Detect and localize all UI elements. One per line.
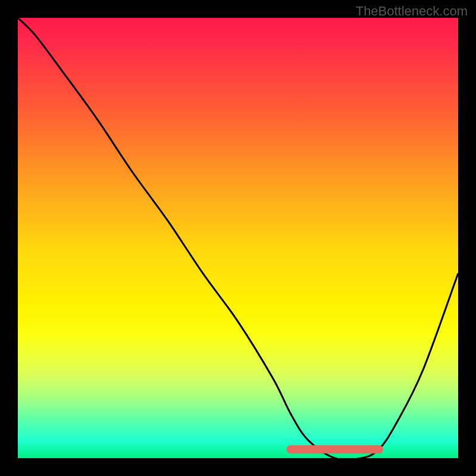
bottleneck-curve-path	[18, 18, 458, 458]
bottleneck-chart-svg	[18, 18, 458, 458]
watermark-text: TheBottleneck.com	[356, 4, 468, 19]
chart-plot-area	[18, 18, 458, 458]
